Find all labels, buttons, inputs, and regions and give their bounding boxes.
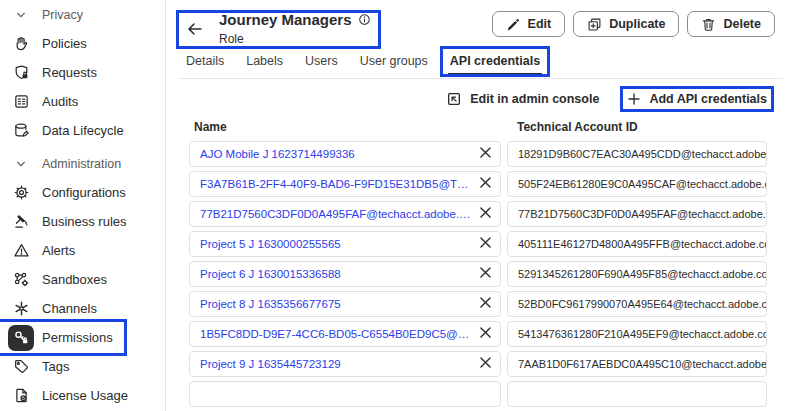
channels-icon — [8, 296, 34, 322]
page-title: Journey Managers — [219, 11, 352, 28]
chevron-down-icon — [8, 151, 34, 177]
remove-credential-button[interactable] — [477, 204, 494, 224]
sidebar-item-policies[interactable]: Policies — [0, 29, 165, 58]
delete-button[interactable]: Delete — [687, 11, 775, 37]
close-icon — [479, 176, 492, 192]
trash-icon — [701, 17, 716, 32]
back-button[interactable] — [184, 18, 206, 43]
technical-account-id-cell — [507, 381, 767, 407]
credential-name-cell: 1B5FC8DD-D9E7-4CC6-BD05-C6554B0ED9C5@TEC… — [189, 321, 501, 347]
credential-name-link[interactable]: AJO Mobile J 1623714499336 — [200, 148, 471, 160]
add-api-credentials-label: Add API credentials — [649, 92, 767, 106]
credential-name-cell: Project 8 J 1635356677675 — [189, 291, 501, 317]
gavel-icon — [8, 209, 34, 235]
sidebar-item-label: Alerts — [42, 243, 75, 258]
sidebar-item-license-usage[interactable]: License Usage — [0, 381, 165, 410]
table-header-row: Name Technical Account ID — [189, 120, 768, 134]
add-api-credentials-button[interactable]: Add API credentials — [627, 92, 767, 106]
credential-name-cell: Project 6 J 1630015336588 — [189, 261, 501, 287]
close-icon — [479, 146, 492, 162]
sidebar-item-label: Privacy — [42, 8, 83, 22]
table-row: Project 5 J 1630000255565405111E46127D48… — [189, 231, 768, 257]
close-icon — [479, 236, 492, 252]
credential-name-cell: F3A7B61B-2FF4-40F9-BAD6-F9FD15E31DB5@TEC… — [189, 171, 501, 197]
chevron-down-icon — [8, 2, 34, 28]
sidebar-item-audits[interactable]: Audits — [0, 87, 165, 116]
header-actions: EditDuplicateDelete — [492, 11, 783, 37]
remove-credential-button[interactable] — [477, 294, 494, 314]
sidebar-group-privacy[interactable]: Privacy — [0, 0, 165, 29]
sidebar-item-data-lifecycle[interactable]: Data Lifecycle — [0, 116, 165, 145]
technical-account-id-cell: 77B21D7560C3DF0D0A495FAF@techacct.adobe.… — [507, 201, 767, 227]
tab-api-credentials[interactable]: API credentials — [448, 51, 542, 75]
tab-user-groups[interactable]: User groups — [358, 51, 430, 75]
remove-credential-button[interactable] — [477, 264, 494, 284]
tab-labels[interactable]: Labels — [244, 51, 285, 75]
technical-account-id-cell: 18291D9B60C7EAC30A495CDD@techacct.adobe.… — [507, 141, 767, 167]
close-icon — [479, 296, 492, 312]
requests-icon — [8, 60, 34, 86]
table-row: F3A7B61B-2FF4-40F9-BAD6-F9FD15E31DB5@TEC… — [189, 171, 768, 197]
technical-account-id-cell: 7AAB1D0F617AEBDC0A495C10@techacct.adobe.… — [507, 351, 767, 377]
info-icon[interactable] — [358, 13, 371, 26]
credential-name-link[interactable]: F3A7B61B-2FF4-40F9-BAD6-F9FD15E31DB5@TEC… — [200, 178, 471, 190]
role-title-annotation: Journey Managers Role — [184, 11, 371, 46]
plus-icon — [627, 92, 641, 106]
button-label: Edit — [528, 17, 552, 31]
sidebar-item-sandboxes[interactable]: Sandboxes — [0, 265, 165, 294]
sidebar-item-business-rules[interactable]: Business rules — [0, 207, 165, 236]
remove-credential-button[interactable] — [477, 324, 494, 344]
sidebar-item-tags[interactable]: Tags — [0, 352, 165, 381]
policies-icon — [8, 31, 34, 57]
sidebar-item-label: Configurations — [42, 185, 126, 200]
technical-account-id-cell: 505F24EB61280E9C0A495CAF@techacct.adobe.… — [507, 171, 767, 197]
edit-in-admin-console-label: Edit in admin console — [470, 92, 599, 106]
table-row: Project 8 J 163535667767552BD0FC96179900… — [189, 291, 768, 317]
credential-name-cell — [189, 381, 501, 407]
table-row: 1B5FC8DD-D9E7-4CC6-BD05-C6554B0ED9C5@TEC… — [189, 321, 768, 347]
remove-credential-button[interactable] — [477, 234, 494, 254]
duplicate-button[interactable]: Duplicate — [573, 11, 679, 37]
sidebar-item-label: Channels — [42, 301, 97, 316]
sidebar-item-permissions[interactable]: Permissions — [0, 323, 125, 352]
sidebar-item-channels[interactable]: Channels — [0, 294, 165, 323]
credential-name-link[interactable]: Project 9 J 1635445723129 — [200, 358, 471, 370]
technical-account-id-cell: 5291345261280F690A495F85@techacct.adobe.… — [507, 261, 767, 287]
main-content: Journey Managers Role EditDuplicateDelet… — [166, 0, 791, 411]
remove-credential-button[interactable] — [477, 354, 494, 374]
remove-credential-button[interactable] — [477, 174, 494, 194]
page-header: Journey Managers Role EditDuplicateDelet… — [178, 0, 791, 46]
edit-in-admin-console-button[interactable]: Edit in admin console — [446, 91, 599, 107]
remove-credential-button[interactable] — [477, 144, 494, 164]
data-lifecycle-icon — [8, 118, 34, 144]
sidebar-item-label: Sandboxes — [42, 272, 107, 287]
title-block: Journey Managers Role — [219, 11, 371, 46]
credential-name-link[interactable]: 1B5FC8DD-D9E7-4CC6-BD05-C6554B0ED9C5@TEC… — [200, 328, 471, 340]
pencil-icon — [506, 17, 521, 32]
sidebar-item-configurations[interactable]: Configurations — [0, 178, 165, 207]
close-icon — [479, 356, 492, 372]
api-credentials-table: Name Technical Account ID AJO Mobile J 1… — [189, 120, 768, 411]
sidebar-item-label: Requests — [42, 65, 97, 80]
duplicate-icon — [587, 17, 602, 32]
credential-name-link[interactable]: 77B21D7560C3DF0D0A495FAF@techacct.adobe.… — [200, 208, 471, 220]
sidebar-item-requests[interactable]: Requests — [0, 58, 165, 87]
sidebar-item-label: Data Lifecycle — [42, 123, 124, 138]
button-label: Delete — [723, 17, 761, 31]
tabs-divider — [178, 78, 783, 79]
edit-button[interactable]: Edit — [492, 11, 566, 37]
sidebar: PrivacyPoliciesRequestsAuditsData Lifecy… — [0, 0, 166, 411]
tab-users[interactable]: Users — [303, 51, 340, 75]
credential-name-link[interactable]: Project 5 J 1630000255565 — [200, 238, 471, 250]
tab-bar: DetailsLabelsUsersUser groupsAPI credent… — [178, 51, 791, 75]
tab-details[interactable]: Details — [184, 51, 226, 75]
sidebar-group-administration[interactable]: Administration — [0, 149, 165, 178]
technical-account-id-cell: 5413476361280F210A495EF9@techacct.adobe.… — [507, 321, 767, 347]
table-actions: Edit in admin console Add API credential… — [178, 91, 767, 107]
credential-name-cell: 77B21D7560C3DF0D0A495FAF@techacct.adobe.… — [189, 201, 501, 227]
sidebar-item-label: Audits — [42, 94, 78, 109]
credential-name-link[interactable]: Project 6 J 1630015336588 — [200, 268, 471, 280]
sidebar-item-alerts[interactable]: Alerts — [0, 236, 165, 265]
tag-icon — [8, 354, 34, 380]
credential-name-link[interactable]: Project 8 J 1635356677675 — [200, 298, 471, 310]
